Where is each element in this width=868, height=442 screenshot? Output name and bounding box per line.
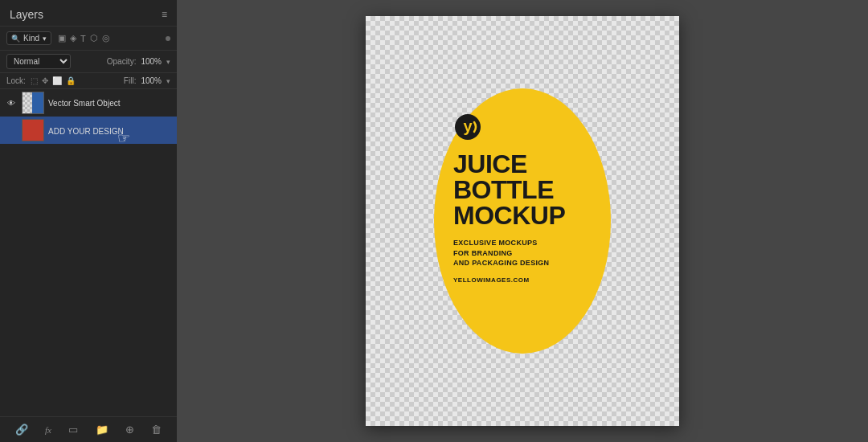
filter-search: 🔍 Kind ▾ [6, 31, 51, 45]
panel-menu-icon[interactable]: ≡ [162, 9, 167, 20]
kind-chevron[interactable]: ▾ [43, 35, 47, 43]
layer-name-1: Vector Smart Object [48, 99, 172, 108]
layer-name-2: ADD YOUR DESIGN [48, 127, 124, 136]
layer-item-selected[interactable]: ADD YOUR DESIGN ☞ [0, 117, 177, 144]
fill-value: 100% [141, 76, 162, 85]
layer-thumbnail-1 [22, 92, 44, 114]
main-canvas-area: y JUICE BOTTLE MOCKUP EXCLUSIVE MOCKUPS … [177, 0, 868, 442]
product-title: JUICE BOTTLE MOCKUP [453, 151, 565, 228]
canvas-container: y JUICE BOTTLE MOCKUP EXCLUSIVE MOCKUPS … [366, 16, 679, 426]
opacity-label: Opacity: [107, 57, 137, 66]
delete-icon[interactable]: 🗑 [151, 424, 162, 436]
fx-icon[interactable]: fx [45, 425, 51, 435]
kind-label: Kind [23, 34, 39, 43]
adjustment-icon[interactable]: ⊕ [125, 424, 134, 436]
search-icon: 🔍 [11, 35, 20, 43]
filter-icons: ▣ ◈ T ⬡ ◎ [58, 33, 110, 43]
panel-footer: 🔗 fx ▭ 📁 ⊕ 🗑 [0, 416, 177, 442]
panel-title: Layers [10, 8, 43, 21]
lock-move-icon[interactable]: ✥ [42, 76, 48, 85]
brand-logo-icon: y [453, 113, 482, 141]
lock-label: Lock: [6, 76, 26, 85]
blend-row: Normal Multiply Screen Opacity: 100% ▾ [0, 51, 177, 73]
filter-text-icon[interactable]: T [80, 34, 86, 43]
layer-visibility-1[interactable]: 👁 [5, 96, 18, 109]
product-subtitle: EXCLUSIVE MOCKUPS FOR BRANDING AND PACKA… [453, 238, 549, 268]
product-url: YELLOWIMAGES.COM [453, 276, 530, 284]
filter-row: 🔍 Kind ▾ ▣ ◈ T ⬡ ◎ [0, 27, 177, 51]
link-icon[interactable]: 🔗 [15, 424, 28, 436]
layer-visibility-2[interactable] [5, 124, 18, 137]
filter-active-dot [166, 36, 170, 41]
cursor-container: ADD YOUR DESIGN ☞ [48, 123, 124, 137]
fill-chevron[interactable]: ▾ [166, 77, 170, 85]
lock-icons: ⬚ ✥ ⬜ 🔒 [31, 76, 76, 85]
panel-header: Layers ≡ [0, 0, 177, 27]
opacity-chevron[interactable]: ▾ [166, 58, 170, 66]
new-group-icon[interactable]: ▭ [68, 424, 78, 436]
layers-panel: Layers ≡ 🔍 Kind ▾ ▣ ◈ T ⬡ ◎ Normal Multi… [0, 0, 177, 442]
layer-thumbnail-2 [22, 119, 44, 141]
filter-effect-icon[interactable]: ◎ [102, 33, 110, 43]
lock-all-icon[interactable]: 🔒 [66, 76, 76, 85]
folder-icon[interactable]: 📁 [96, 424, 108, 436]
filter-pixel-icon[interactable]: ▣ [58, 33, 66, 43]
lock-artboard-icon[interactable]: ⬜ [52, 76, 62, 85]
layers-list: 👁 Vector Smart Object ADD YOUR DESIGN ☞ [0, 89, 177, 416]
fill-label: Fill: [124, 76, 137, 85]
filter-adjust-icon[interactable]: ◈ [70, 33, 76, 43]
blend-mode-select[interactable]: Normal Multiply Screen [6, 54, 71, 69]
lock-row: Lock: ⬚ ✥ ⬜ 🔒 Fill: 100% ▾ [0, 73, 177, 89]
filter-path-icon[interactable]: ⬡ [90, 33, 98, 43]
svg-text:y: y [463, 117, 473, 135]
layer-item[interactable]: 👁 Vector Smart Object [0, 89, 177, 117]
lock-transparent-icon[interactable]: ⬚ [31, 76, 38, 85]
bottle-label: y JUICE BOTTLE MOCKUP EXCLUSIVE MOCKUPS … [434, 88, 611, 354]
eye-icon: 👁 [7, 99, 15, 108]
opacity-value: 100% [141, 57, 162, 66]
